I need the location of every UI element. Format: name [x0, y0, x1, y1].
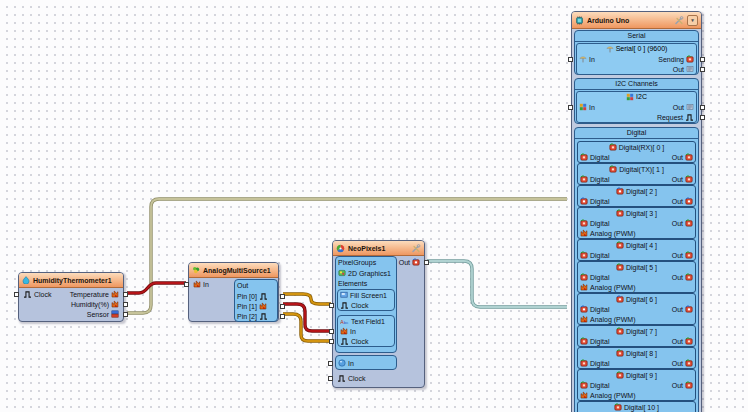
pin-socket-temperature[interactable] — [123, 292, 128, 297]
digital-pin-icon — [685, 337, 693, 345]
graphics-icon — [338, 269, 346, 277]
pin-label: Digital — [590, 220, 609, 227]
pin-socket-humidity[interactable] — [123, 302, 128, 307]
block-arduino-uno[interactable]: Arduino Uno ▾ Serial Serial[ 0 ] (9600) … — [571, 11, 702, 412]
pin-label: Digital — [590, 176, 609, 183]
pin-socket-in[interactable] — [184, 282, 189, 287]
block-neopixels[interactable]: NeoPixels1 Out PixelGroups 2D Graphics1 … — [332, 240, 425, 388]
pin-label: Pin [1] — [237, 303, 257, 310]
digital-channel-2[interactable]: Digital[ 2 ]DigitalOut — [577, 185, 696, 207]
digital-channel-0[interactable]: Digital(RX)[ 0 ]DigitalOut — [577, 141, 696, 163]
channel-io-row: DigitalOut — [578, 250, 695, 260]
pin-label: Temperature — [70, 291, 109, 298]
clock-icon — [340, 302, 349, 309]
dropdown-icon[interactable]: ▾ — [687, 15, 698, 26]
channel-io-row: DigitalOut — [578, 380, 695, 390]
pin-label: Out — [672, 274, 683, 281]
pin-socket-out[interactable] — [424, 260, 429, 265]
digital-connected-icon — [580, 197, 588, 205]
wrench-icon[interactable] — [674, 15, 684, 25]
block-title: AnalogMultiSource1 — [203, 267, 271, 274]
digital-channel-1[interactable]: Digital(TX)[ 1 ]DigitalOut — [577, 163, 696, 185]
digital-pin-icon — [580, 175, 588, 183]
pin-label: Out — [672, 306, 683, 313]
block-humidity-thermometer[interactable]: HumidityThermometer1 Clock Temperature H… — [18, 272, 124, 322]
serial-channel-title: Serial[ 0 ] (9600) — [577, 44, 696, 54]
pin-socket-fillscreen-clock[interactable] — [329, 303, 334, 308]
wrench-icon[interactable] — [411, 243, 421, 253]
pin-socket-clock[interactable] — [328, 376, 333, 381]
pin-label: In — [203, 281, 209, 288]
pin-socket-textfield-in[interactable] — [329, 329, 334, 334]
digital-channel-8[interactable]: Digital[ 8 ]DigitalOut — [577, 347, 696, 369]
digital-channel-6[interactable]: Digital[ 6 ]DigitalOutAnalog (PWM) — [577, 293, 696, 325]
pin-label: Pin [0] — [237, 293, 257, 300]
channel-io-row: DigitalOut — [578, 152, 695, 162]
pin-socket-serial-out[interactable] — [700, 67, 705, 72]
fill-screen-element[interactable]: Fill Screen1 Clock — [337, 289, 395, 311]
digital-channel-7[interactable]: Digital[ 7 ]DigitalOut — [577, 325, 696, 347]
chip-icon — [575, 16, 584, 25]
clock-icon — [340, 338, 349, 345]
digital-pin-icon — [609, 165, 617, 173]
block-title: NeoPixels1 — [348, 245, 385, 252]
digital-channel-5[interactable]: Digital[ 5 ]DigitalOutAnalog (PWM) — [577, 261, 696, 293]
pin-label: Digital[ 3 ] — [626, 210, 657, 217]
digital-channel-9[interactable]: Digital[ 9 ]DigitalOutAnalog (PWM) — [577, 369, 696, 401]
pin-socket-i2c-in[interactable] — [568, 105, 573, 110]
out-pins-box: Out Pin [0]Pin [1]Pin [2] — [234, 279, 278, 322]
block-header[interactable]: HumidityThermometer1 — [19, 273, 123, 288]
serial-antenna-icon — [606, 45, 614, 53]
block-header[interactable]: Arduino Uno ▾ — [572, 12, 701, 29]
digital-channels: Digital(RX)[ 0 ]DigitalOutDigital(TX)[ 1… — [575, 139, 698, 412]
pin-socket-color-in[interactable] — [328, 361, 333, 366]
i2c-io-row: In Out — [577, 102, 696, 112]
clock-icon — [259, 293, 268, 300]
digital-pin-icon — [685, 219, 693, 227]
digital-pin-icon — [580, 337, 588, 345]
text-field-title-row: Abc Text Field1 — [338, 316, 394, 326]
pin-label: Humidity(%) — [71, 301, 109, 308]
sphere-icon — [338, 359, 346, 367]
pin-label: Pin [2] — [237, 313, 257, 320]
pin-label: Out — [672, 252, 683, 259]
digital-connected-icon — [412, 258, 420, 266]
graphics-item[interactable]: 2D Graphics1 — [336, 268, 396, 278]
digital-pin-icon — [616, 349, 624, 357]
sensor-icon — [111, 310, 119, 318]
pin-socket-pin1[interactable] — [280, 304, 285, 309]
pin-label: Clock — [34, 291, 52, 298]
pin-socket-pin2[interactable] — [280, 314, 285, 319]
pin-socket-serial-sending[interactable] — [700, 57, 705, 62]
digital-channel-10[interactable]: Digital[ 10 ]DigitalOut — [577, 401, 696, 412]
digital-pin-icon — [685, 175, 693, 183]
block-title: Arduino Uno — [587, 17, 629, 24]
pin-row-temperature: Temperature — [55, 289, 121, 299]
i2c-channel[interactable]: I2C In Out Request — [576, 91, 697, 123]
digital-pin-icon — [616, 327, 624, 335]
multisource-icon — [192, 266, 200, 274]
serial-channel[interactable]: Serial[ 0 ] (9600) In Sending Out — [576, 43, 697, 75]
channel-io-row: DigitalOut — [578, 336, 695, 346]
pin-socket-i2c-out[interactable] — [700, 105, 705, 110]
pin-socket-sensor[interactable] — [123, 312, 128, 317]
pin-label: Out — [672, 198, 683, 205]
channel-io-row: DigitalOut — [578, 174, 695, 184]
digital-pin-icon — [685, 381, 693, 389]
pin-socket-textfield-clock[interactable] — [329, 339, 334, 344]
digital-channel-4[interactable]: Digital[ 4 ]DigitalOut — [577, 239, 696, 261]
digital-channel-3[interactable]: Digital[ 3 ]DigitalOutAnalog (PWM) — [577, 207, 696, 239]
pin-socket-serial-in[interactable] — [568, 57, 573, 62]
pin-socket-i2c-request[interactable] — [700, 115, 705, 120]
block-analog-multi-source[interactable]: AnalogMultiSource1 In Out Pin [0]Pin [1]… — [188, 262, 279, 322]
block-header[interactable]: AnalogMultiSource1 — [189, 263, 278, 278]
pin-socket-clock[interactable] — [14, 292, 19, 297]
pin-label: Digital[ 10 ] — [624, 404, 659, 411]
analog-icon — [111, 300, 119, 308]
block-header[interactable]: NeoPixels1 — [333, 241, 424, 256]
digital-pin-icon — [616, 209, 624, 217]
pin-row-sensor: Sensor — [55, 309, 121, 319]
text-field-element[interactable]: Abc Text Field1 In Clock — [337, 315, 395, 347]
pin-socket-pin0[interactable] — [280, 294, 285, 299]
pin-row-color-in: In — [336, 358, 396, 368]
